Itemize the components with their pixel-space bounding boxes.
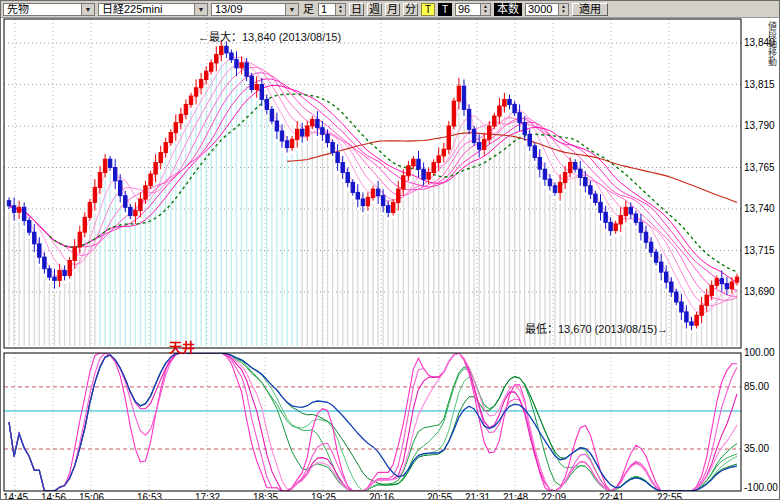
y-axis-label: 13,715 [744, 245, 775, 256]
price-chart[interactable] [1, 1, 780, 500]
apply-button[interactable]: 適用 [572, 3, 608, 16]
x-axis-label: 14:45 [3, 492, 28, 500]
x-axis-label: 21:48 [503, 492, 528, 500]
x-axis-label: 22:55 [657, 492, 682, 500]
instrument-value: 日経225mini [99, 4, 194, 15]
chevron-down-icon[interactable]: ▼ [194, 4, 207, 15]
y-axis-label: 13,765 [744, 162, 775, 173]
period-week-button[interactable]: 週 [367, 3, 382, 16]
spinner-arrows-icon[interactable]: ▲▼ [558, 4, 568, 15]
count-stepper[interactable]: 3000 ▲▼ [525, 3, 569, 16]
x-axis-label: 21:31 [465, 492, 490, 500]
x-axis-label: 20:55 [427, 492, 452, 500]
interval-value: 1 [319, 4, 335, 15]
x-axis-label: 22:41 [599, 492, 624, 500]
instrument-type-value: 先物 [4, 4, 81, 15]
interval-stepper[interactable]: 1 ▲▼ [318, 3, 346, 16]
spinner-arrows-icon[interactable]: ▲▼ [480, 4, 490, 15]
x-axis-label: 18:35 [253, 492, 278, 500]
tick-toggle-inactive[interactable]: T [438, 3, 452, 16]
bars-count-label: 本数 [494, 3, 522, 16]
min-price-annotation: 最低：13,670 (2013/08/15)→ [525, 320, 668, 336]
x-axis-label: 16:53 [137, 492, 162, 500]
ceiling-annotation: 天井 [169, 337, 195, 356]
price-axis-drag-label[interactable]: 値段軸移動 [766, 21, 779, 66]
bars-stepper[interactable]: 96 ▲▼ [455, 3, 491, 16]
instrument-type-select[interactable]: 先物 ▼ [3, 3, 95, 16]
instrument-select[interactable]: 日経225mini ▼ [98, 3, 208, 16]
y-axis-label: 13,790 [744, 120, 775, 131]
x-axis-label: 22:09 [541, 492, 566, 500]
spinner-arrows-icon[interactable]: ▲▼ [335, 4, 345, 15]
x-axis-label: 19:25 [311, 492, 336, 500]
max-price-annotation: ←最大：13,840 (2013/08/15) [198, 28, 341, 44]
bars-value: 96 [456, 4, 480, 15]
osc-axis-label: 85.00 [744, 381, 769, 392]
y-axis-label: 13,740 [744, 203, 775, 214]
period-month-button[interactable]: 月 [385, 3, 400, 16]
x-axis-label: 15:06 [79, 492, 104, 500]
osc-axis-label: 100.00 [744, 347, 775, 358]
x-axis-label: 20:16 [369, 492, 394, 500]
period-day-button[interactable]: 日 [349, 3, 364, 16]
period-minute-button[interactable]: 分 [403, 3, 418, 16]
x-axis-label: 14:56 [41, 492, 66, 500]
tick-toggle-active[interactable]: T [421, 3, 435, 16]
chevron-down-icon[interactable]: ▼ [285, 4, 298, 15]
osc-axis-label: 35.00 [744, 443, 769, 454]
contract-month-value: 13/09 [212, 4, 285, 15]
count-value: 3000 [526, 4, 558, 15]
osc-axis-label: -100.00 [744, 482, 778, 493]
y-axis-label: 13,690 [744, 286, 775, 297]
toolbar: 先物 ▼ 日経225mini ▼ 13/09 ▼ 足 1 ▲▼ 日 週 月 分 … [1, 1, 780, 18]
ashi-label: 足 [302, 3, 315, 16]
contract-month-select[interactable]: 13/09 ▼ [211, 3, 299, 16]
chevron-down-icon[interactable]: ▼ [81, 4, 94, 15]
x-axis-label: 17:32 [195, 492, 220, 500]
y-axis-label: 13,815 [744, 79, 775, 90]
